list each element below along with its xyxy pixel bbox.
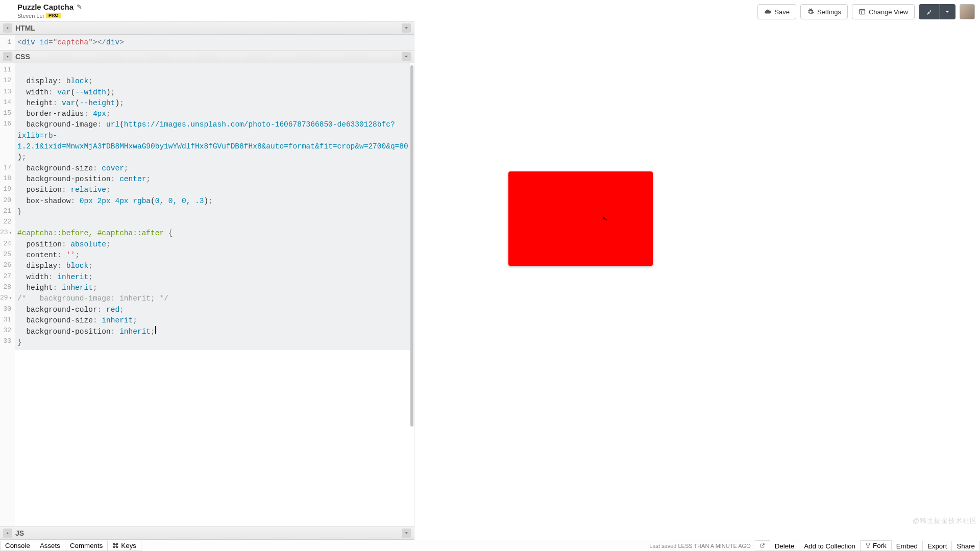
avatar[interactable] [960, 4, 975, 19]
popout-icon [760, 543, 765, 548]
chevron-down-icon [944, 8, 951, 15]
captcha-preview [508, 171, 653, 266]
pen-title: Puzzle Captcha [17, 3, 74, 12]
svg-point-3 [7, 533, 9, 534]
layout-icon [859, 8, 866, 15]
js-settings-icon[interactable] [3, 529, 12, 538]
gear-icon [807, 8, 814, 15]
js-panel-menu-icon[interactable] [402, 529, 411, 538]
pin-button-group [919, 4, 955, 19]
js-panel-title: JS [15, 529, 24, 537]
save-label: Save [774, 8, 790, 16]
css-scrollbar[interactable] [410, 63, 414, 527]
footer-keys-button[interactable]: ⌘ Keys [108, 541, 141, 551]
footer-add-to-collection-button[interactable]: Add to Collection [799, 541, 861, 551]
css-settings-icon[interactable] [3, 52, 12, 61]
svg-point-4 [866, 543, 867, 544]
settings-button[interactable]: Settings [800, 4, 848, 19]
topbar: Puzzle Captcha ✎ Steven Lei PRO Save Set… [0, 0, 980, 21]
footer-left: ConsoleAssetsComments⌘ Keys [0, 541, 141, 551]
watermark: @稀土掘金技术社区 [913, 516, 977, 525]
css-panel-menu-icon[interactable] [402, 52, 411, 61]
footer-right: Last saved LESS THAN A MINUTE AGO Delete… [649, 540, 980, 551]
html-panel-menu-icon[interactable] [402, 23, 411, 33]
html-panel-header: HTML [0, 21, 414, 35]
popout-button[interactable] [755, 540, 770, 550]
svg-point-2 [7, 56, 9, 58]
edit-title-icon[interactable]: ✎ [77, 4, 82, 11]
css-code[interactable]: display: block;width: var(--width);heigh… [15, 63, 410, 350]
html-code[interactable]: <div id="captcha"></div> [15, 35, 414, 50]
svg-point-5 [869, 543, 870, 544]
cloud-icon [764, 8, 771, 15]
svg-point-6 [868, 547, 869, 548]
main: HTML 1 <div id="captcha"></div> CSS [0, 21, 980, 540]
pro-badge: PRO [46, 13, 61, 19]
css-editor[interactable]: 11121314151617181920212223▾242526272829▾… [0, 63, 414, 527]
footer-comments-button[interactable]: Comments [65, 541, 108, 551]
preview-pane: ↖ @稀土掘金技术社区 [414, 21, 980, 540]
save-status: Last saved LESS THAN A MINUTE AGO [649, 543, 750, 549]
html-settings-icon[interactable] [3, 23, 12, 33]
pin-button[interactable] [919, 4, 939, 19]
change-view-button[interactable]: Change View [852, 4, 915, 19]
save-button[interactable]: Save [757, 4, 796, 19]
pin-icon [925, 8, 933, 15]
css-panel-header: CSS [0, 50, 414, 63]
html-gutter: 1 [0, 35, 15, 50]
settings-label: Settings [817, 8, 841, 16]
footer: ConsoleAssetsComments⌘ Keys Last saved L… [0, 540, 980, 551]
pen-author[interactable]: Steven Lei [17, 13, 44, 19]
footer-assets-button[interactable]: Assets [35, 541, 65, 551]
svg-rect-0 [860, 9, 865, 14]
change-view-label: Change View [869, 8, 908, 16]
pin-dropdown[interactable] [939, 4, 955, 19]
css-panel-title: CSS [15, 53, 30, 61]
html-editor[interactable]: 1 <div id="captcha"></div> [0, 35, 414, 50]
footer-embed-button[interactable]: Embed [892, 541, 923, 551]
top-actions: Save Settings Change View [757, 3, 975, 19]
pen-info: Puzzle Captcha ✎ Steven Lei PRO [17, 3, 82, 19]
footer-export-button[interactable]: Export [923, 541, 952, 551]
footer-fork-button[interactable]: Fork [861, 540, 892, 550]
fork-icon [865, 543, 871, 548]
js-panel-header: JS [0, 527, 414, 540]
footer-console-button[interactable]: Console [0, 541, 35, 551]
css-gutter: 11121314151617181920212223▾242526272829▾… [0, 63, 15, 527]
footer-delete-button[interactable]: Delete [770, 541, 800, 551]
editors-column: HTML 1 <div id="captcha"></div> CSS [0, 21, 414, 540]
footer-share-button[interactable]: Share [952, 541, 980, 551]
html-panel-title: HTML [15, 24, 35, 32]
command-icon: ⌘ [112, 542, 119, 549]
svg-point-1 [7, 28, 9, 29]
css-scrollbar-thumb[interactable] [410, 65, 413, 427]
